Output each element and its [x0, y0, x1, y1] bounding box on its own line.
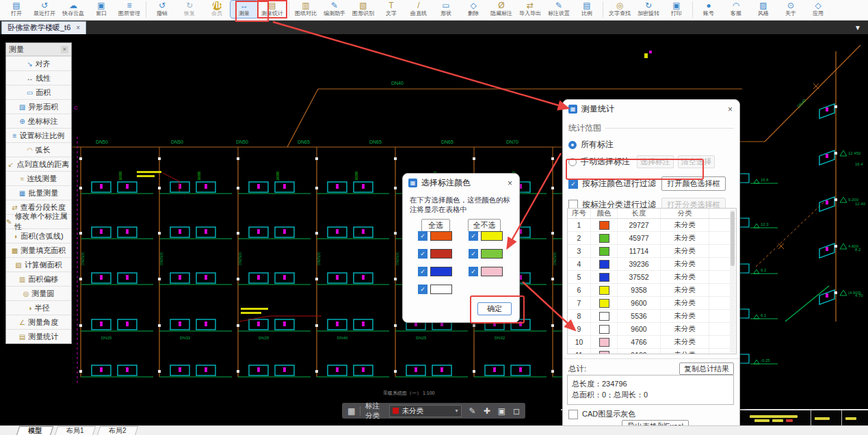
panel-item-半径[interactable]: ◑半径	[6, 300, 71, 315]
toolbar-button-标注设置[interactable]: ✎标注设置	[544, 1, 573, 18]
toolbar-button-应用[interactable]: ◇应用	[804, 1, 832, 18]
toolbar-button-账号[interactable]: ●账号	[695, 1, 722, 18]
toolbar-button-文字查找[interactable]: ◎文字查找	[605, 1, 634, 18]
table-row[interactable]: 439236未分类	[568, 258, 736, 271]
select-none-button[interactable]: 全不选	[468, 219, 501, 232]
cad-canvas[interactable]: DN50DN50DN50DN65DN65DN65DN70DN40DN4012.4…	[0, 34, 868, 425]
cad-gray-checkbox[interactable]	[568, 410, 578, 419]
toolbar-button-加密旋转[interactable]: ↻加密旋转	[634, 1, 663, 18]
color-checkbox[interactable]: ✓	[418, 267, 428, 276]
color-dialog-close-icon[interactable]: ×	[506, 179, 514, 188]
stats-dialog-titlebar[interactable]: ▦ 测量统计 ×	[563, 100, 739, 118]
toolbar-button-恢复[interactable]: ↻恢复	[176, 1, 203, 18]
table-row[interactable]: 119100未分类	[568, 349, 736, 354]
panel-item-测量统计[interactable]: ▤测量统计	[6, 329, 71, 343]
panel-item-测量圆[interactable]: ◎测量圆	[6, 286, 71, 300]
toolbar-button-文字[interactable]: T文字	[378, 1, 405, 18]
toolbar-button-图形识别[interactable]: ▧图形识别	[349, 1, 378, 18]
color-dialog-titlebar[interactable]: ▦ 选择标注颜色 ×	[403, 174, 519, 192]
toolbar-button-风格[interactable]: ▨风格	[750, 1, 777, 18]
panel-item-测量角度[interactable]: ∠测量角度	[6, 315, 71, 329]
toolbar-button-编测助手[interactable]: ✎编测助手	[320, 1, 349, 18]
copy-total-button[interactable]: 复制总计结果	[679, 362, 734, 375]
radio-manual-select[interactable]	[568, 158, 577, 166]
toolbar-button-打印[interactable]: ▣打印	[663, 1, 690, 18]
toolbar-button-测量[interactable]: ↔测量	[231, 1, 258, 18]
toolbar-button-打开[interactable]: ▤打开	[3, 1, 30, 18]
cell-length: 11714	[618, 245, 661, 257]
table-row[interactable]: 537552未分类	[568, 271, 736, 284]
toolbar-button-撤销[interactable]: ↺撤销	[148, 1, 176, 18]
toolbar-button-关于[interactable]: ⊙关于	[777, 1, 804, 18]
class-dropdown[interactable]: 未分类 ▾	[389, 405, 462, 417]
radio-all-annotations[interactable]	[568, 141, 577, 149]
color-checkbox[interactable]: ✓	[418, 231, 428, 241]
panel-item-批量测量[interactable]: ▦批量测量	[6, 185, 71, 200]
table-row[interactable]: 311714未分类	[568, 245, 736, 258]
clear-selection-button[interactable]: 清空选择	[678, 155, 715, 168]
panel-item-设置标注比例[interactable]: ≡设置标注比例	[6, 128, 71, 142]
toolbar-button-曲直线[interactable]: /曲直线	[405, 1, 432, 18]
table-row[interactable]: 85536未分类	[568, 310, 736, 323]
toolbar-button-隐藏标注[interactable]: Ø隐藏标注	[487, 1, 516, 18]
total-label: 总计:	[568, 364, 586, 374]
table-row[interactable]: 245977未分类	[568, 232, 736, 245]
sheet-tab-布局1[interactable]: 布局1	[55, 426, 96, 435]
panel-item-连线测量[interactable]: ≈连线测量	[6, 171, 71, 185]
select-all-button[interactable]: 全选	[421, 219, 450, 232]
table-row[interactable]: 79600未分类	[568, 297, 736, 310]
color-checkbox[interactable]: ✓	[418, 285, 428, 294]
table-scrollbar[interactable]	[730, 209, 735, 353]
panel-item-对齐[interactable]: ↘对齐	[6, 56, 71, 70]
table-row[interactable]: 99600未分类	[568, 323, 736, 336]
panel-close-icon[interactable]: ×	[61, 46, 68, 53]
color-checkbox[interactable]: ✓	[418, 249, 428, 259]
toolbar-button-窗口[interactable]: ▣窗口	[88, 1, 115, 18]
toolbar-button-图纸对比[interactable]: ▥图纸对比	[291, 1, 320, 18]
toolbar-button-测量统计[interactable]: ▤测量统计	[258, 1, 287, 18]
stats-dialog-close-icon[interactable]: ×	[726, 105, 734, 114]
toolbar-button-最近打开[interactable]: ↺最近打开	[30, 1, 59, 18]
move-icon[interactable]: ✚	[484, 406, 490, 416]
select-annotation-button[interactable]: 选择标注	[637, 155, 674, 168]
toolbar-button-形状[interactable]: ▭形状	[432, 1, 460, 18]
toolbar-button-会员[interactable]: VIP会员	[203, 1, 231, 18]
table-row[interactable]: 129727未分类	[568, 219, 736, 232]
panel-item-修改单个标注属性[interactable]: ✎修改单个标注属性	[6, 214, 71, 228]
toolbar-button-图层管理[interactable]: ≡图层管理	[115, 1, 144, 18]
cell-color	[591, 323, 618, 335]
toolbar-button-导入导出[interactable]: ⇄导入导出	[516, 1, 544, 18]
scrollbar-thumb[interactable]	[731, 211, 735, 266]
panel-item-弧长[interactable]: ◠弧长	[6, 142, 71, 157]
table-row[interactable]: 69358未分类	[568, 284, 736, 297]
panel-item-面积偏移[interactable]: ▥面积偏移	[6, 272, 71, 286]
grid-icon[interactable]: ▦	[347, 406, 355, 416]
toolbar-button-快存云盘[interactable]: ☁快存云盘	[59, 1, 88, 18]
tab-close-icon[interactable]: ×	[76, 24, 80, 31]
panel-item-坐标标注[interactable]: ⊕坐标标注	[6, 114, 71, 128]
table-row[interactable]: 104766未分类	[568, 336, 736, 349]
panel-item-计算侧面积[interactable]: ▧计算侧面积	[6, 257, 71, 272]
edit-icon[interactable]: ✎	[469, 406, 476, 416]
document-tab[interactable]: 卧佛堂教学楼暖_t6 ×	[1, 21, 86, 34]
color-filter-checkbox[interactable]: ✓	[568, 179, 578, 189]
open-color-picker-button[interactable]: 打开颜色选择框	[661, 176, 726, 191]
panel-item-线性[interactable]: ↔线性	[6, 70, 71, 85]
color-checkbox[interactable]: ✓	[469, 249, 478, 259]
窗口-icon: ▣	[97, 1, 105, 10]
sheet-tab-模型[interactable]: 模型	[16, 426, 54, 435]
panel-item-异形面积[interactable]: ▨异形面积	[6, 99, 71, 114]
sheet-tab-布局2[interactable]: 布局2	[96, 426, 137, 435]
color-checkbox[interactable]: ✓	[469, 267, 478, 276]
toolbar-button-删除[interactable]: ◇删除	[460, 1, 487, 18]
panel-item-测量填充面积[interactable]: ▩测量填充面积	[6, 243, 71, 257]
lock-icon[interactable]: ◻	[513, 406, 520, 416]
ok-button[interactable]: 确定	[477, 302, 512, 315]
panel-item-面积[interactable]: ▭面积	[6, 85, 71, 99]
color-checkbox[interactable]: ✓	[469, 231, 478, 241]
panel-item-点到直线的距离[interactable]: ↙点到直线的距离	[6, 157, 71, 171]
copy-icon[interactable]: ▣	[498, 406, 505, 416]
collapse-toolbar-icon[interactable]: ▼	[854, 24, 861, 31]
toolbar-button-比例[interactable]: ▤比例	[573, 1, 601, 18]
toolbar-button-客服[interactable]: ◠客服	[722, 1, 750, 18]
